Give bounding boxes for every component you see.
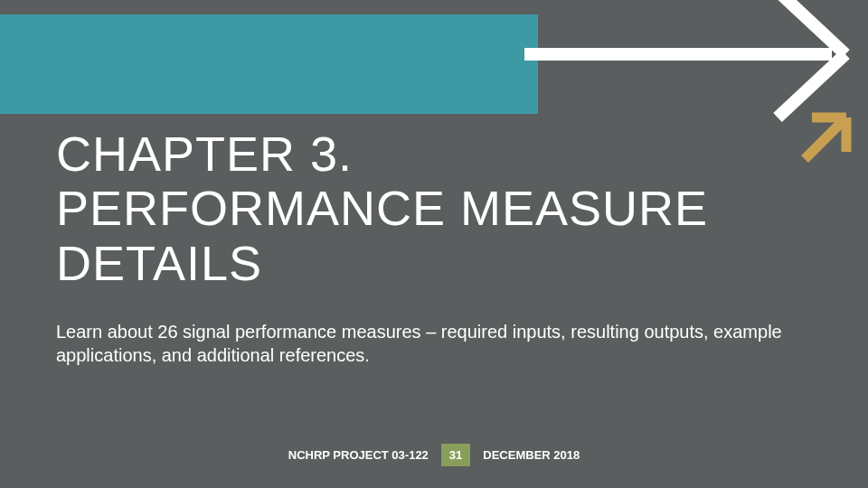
footer-date: DECEMBER 2018 bbox=[483, 448, 580, 462]
chapter-subtitle: Learn about 26 signal performance measur… bbox=[56, 320, 797, 367]
svg-line-1 bbox=[778, 0, 845, 54]
page-number-badge: 31 bbox=[441, 444, 470, 466]
header-accent-bar bbox=[0, 14, 538, 114]
footer-project: NCHRP PROJECT 03-122 bbox=[288, 448, 429, 462]
title-line-1: CHAPTER 3. PERFORMANCE MEASURE DETAILS bbox=[56, 127, 708, 290]
slide-footer: NCHRP PROJECT 03-122 31 DECEMBER 2018 bbox=[0, 444, 868, 466]
chapter-title: CHAPTER 3. PERFORMANCE MEASURE DETAILS bbox=[56, 127, 868, 290]
